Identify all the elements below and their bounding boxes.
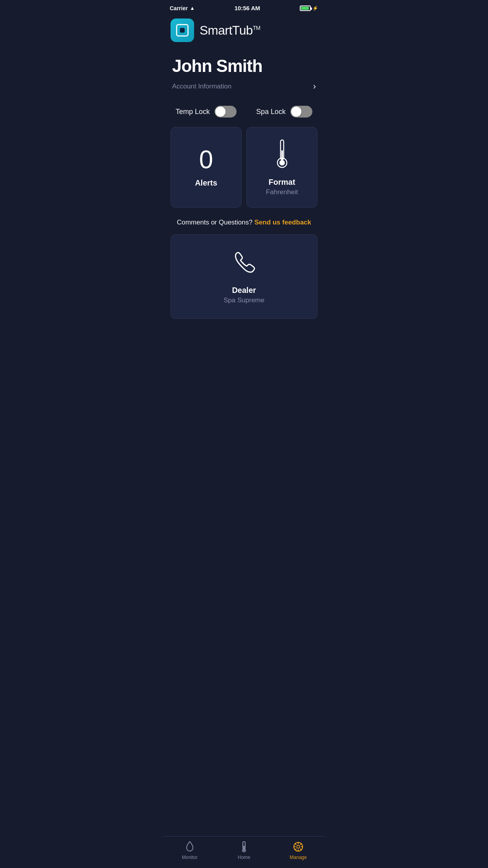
status-battery: ⚡ — [300, 6, 318, 11]
svg-rect-2 — [281, 150, 283, 160]
format-title: Format — [269, 178, 295, 187]
locks-row: Temp Lock Spa Lock — [163, 98, 325, 124]
temp-lock-item: Temp Lock — [176, 106, 237, 118]
dealer-title: Dealer — [232, 286, 256, 295]
status-time: 10:56 AM — [235, 5, 260, 11]
spa-lock-label: Spa Lock — [256, 108, 286, 116]
app-header: SmartTubTM — [163, 15, 325, 48]
battery-icon — [300, 6, 311, 11]
svg-point-3 — [279, 160, 285, 166]
app-logo-inner — [176, 24, 189, 37]
dealer-name: Spa Supreme — [224, 296, 264, 304]
dealer-card[interactable]: Dealer Spa Supreme — [171, 234, 317, 319]
temp-lock-thumb — [215, 107, 226, 117]
phone-icon — [230, 249, 258, 278]
cards-grid: 0 Alerts Format Fahrenheit — [163, 124, 325, 214]
dealer-section: Dealer Spa Supreme — [163, 234, 325, 327]
spa-lock-thumb — [291, 107, 301, 117]
app-logo-dot — [180, 28, 185, 33]
user-section: John Smith Account Information › — [163, 48, 325, 98]
alerts-label: Alerts — [195, 178, 217, 188]
feedback-prefix: Comments or Questions? — [177, 219, 253, 226]
app-logo — [171, 18, 194, 42]
carrier-label: Carrier — [170, 5, 188, 11]
alerts-card[interactable]: 0 Alerts — [171, 127, 242, 208]
temp-lock-toggle[interactable] — [215, 106, 237, 118]
feedback-link[interactable]: Send us feedback — [254, 219, 311, 226]
status-bar: Carrier ▲ 10:56 AM ⚡ — [163, 0, 325, 15]
chevron-right-icon: › — [313, 81, 316, 92]
account-info-label: Account Information — [172, 83, 231, 90]
thermometer-icon — [273, 138, 292, 171]
temp-lock-label: Temp Lock — [176, 108, 210, 116]
spa-lock-toggle[interactable] — [290, 106, 312, 118]
app-title: SmartTubTM — [200, 23, 261, 38]
alerts-count: 0 — [199, 147, 213, 172]
account-info-row[interactable]: Account Information › — [172, 78, 316, 95]
wifi-icon: ▲ — [190, 5, 195, 11]
feedback-row: Comments or Questions? Send us feedback — [163, 214, 325, 234]
user-name: John Smith — [172, 56, 316, 76]
format-value: Fahrenheit — [266, 188, 298, 196]
format-card[interactable]: Format Fahrenheit — [246, 127, 317, 208]
bolt-icon: ⚡ — [312, 6, 318, 11]
status-carrier: Carrier ▲ — [170, 5, 195, 11]
spa-lock-item: Spa Lock — [256, 106, 312, 118]
